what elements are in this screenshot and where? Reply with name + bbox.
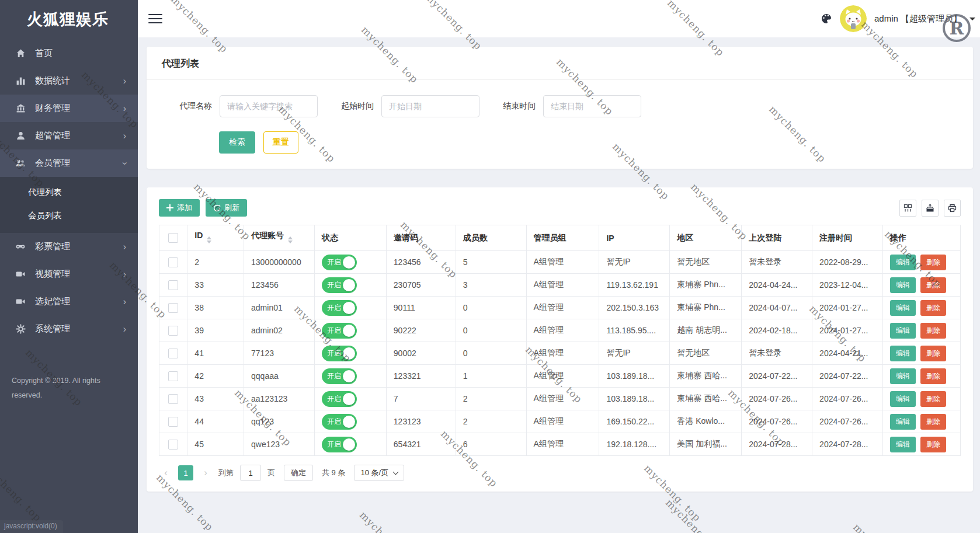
edit-button[interactable]: 编辑 (890, 391, 916, 407)
delete-button[interactable]: 删除 (920, 323, 946, 339)
status-toggle[interactable]: 开启 (322, 300, 357, 316)
app-logo[interactable]: 火狐狸娱乐 (0, 0, 138, 39)
sort-icon[interactable] (207, 234, 211, 246)
sidebar-subitem-member-list[interactable]: 会员列表 (0, 204, 138, 227)
sidebar-item-superadmin[interactable]: 超管管理› (0, 122, 138, 149)
home-icon (15, 48, 26, 59)
sidebar-item-label: 首页 (35, 48, 126, 59)
status-toggle[interactable]: 开启 (322, 277, 357, 293)
user-menu[interactable]: admin 【超级管理员】 (874, 13, 962, 25)
theme-palette-icon[interactable] (821, 13, 832, 25)
sidebar-subitem-agent-list[interactable]: 代理列表 (0, 180, 138, 204)
cell-id: 39 (187, 319, 244, 342)
page-size-select[interactable]: 10 条/页 (354, 465, 404, 481)
cell-ip: 202.150.3.163 (599, 297, 670, 319)
edit-button[interactable]: 编辑 (890, 300, 916, 316)
status-toggle[interactable]: 开启 (322, 255, 357, 270)
status-toggle[interactable]: 开启 (322, 368, 357, 384)
search-button[interactable]: 检索 (219, 131, 255, 154)
sidebar-item-finance[interactable]: 财务管理› (0, 95, 138, 122)
next-page-icon[interactable]: › (199, 467, 213, 479)
row-checkbox[interactable] (168, 394, 178, 404)
confirm-button[interactable]: 确定 (284, 465, 313, 481)
filter-label: 代理名称 (179, 101, 212, 112)
filter-field-agent-name: 代理名称 (179, 95, 318, 117)
sidebar-item-label: 数据统计 (35, 75, 123, 86)
delete-button[interactable]: 删除 (920, 346, 946, 361)
cell-last_login: 暂未登录 (742, 342, 812, 365)
sidebar-item-members[interactable]: 会员管理› (0, 149, 138, 177)
edit-button[interactable]: 编辑 (890, 346, 916, 361)
column-header-account[interactable]: 代理账号 (244, 225, 315, 251)
status-toggle[interactable]: 开启 (322, 391, 357, 407)
agent-name-input[interactable] (220, 95, 318, 117)
cell-status: 开启 (314, 410, 386, 433)
refresh-button[interactable]: 刷新 (206, 199, 247, 217)
cell-group: A组管理 (526, 251, 599, 274)
hamburger-icon[interactable] (148, 11, 162, 26)
start-time-input[interactable] (381, 95, 479, 117)
row-checkbox[interactable] (168, 257, 178, 267)
columns-filter-button[interactable] (899, 200, 916, 217)
sidebar-item-label: 超管管理 (35, 130, 123, 141)
cell-group: A组管理 (526, 342, 599, 365)
edit-button[interactable]: 编辑 (890, 414, 916, 430)
sidebar: 火狐狸娱乐 首页数据统计›财务管理›超管管理›会员管理›代理列表会员列表彩票管理… (0, 0, 138, 533)
delete-button[interactable]: 删除 (920, 391, 946, 407)
column-header-id[interactable]: ID (187, 225, 244, 251)
sidebar-item-lottery[interactable]: 彩票管理› (0, 233, 138, 260)
row-checkbox[interactable] (168, 417, 178, 427)
row-checkbox[interactable] (168, 326, 178, 336)
delete-button[interactable]: 删除 (920, 414, 946, 430)
cell-account: 123456 (244, 274, 315, 297)
select-all-checkbox[interactable] (168, 233, 178, 243)
status-toggle[interactable]: 开启 (322, 346, 357, 361)
page-number-button[interactable]: 1 (178, 465, 193, 480)
edit-button[interactable]: 编辑 (890, 368, 916, 384)
delete-button[interactable]: 删除 (920, 368, 946, 384)
row-checkbox[interactable] (168, 440, 178, 450)
delete-button[interactable]: 删除 (920, 437, 946, 452)
cell-members: 6 (456, 433, 526, 456)
row-checkbox[interactable] (168, 349, 178, 358)
sidebar-item-video[interactable]: 视频管理› (0, 260, 138, 288)
end-time-input[interactable] (543, 95, 641, 117)
delete-button[interactable]: 删除 (920, 255, 946, 270)
cell-actions: 编辑删除 (882, 251, 960, 274)
delete-button[interactable]: 删除 (920, 277, 946, 293)
status-toggle[interactable]: 开启 (322, 414, 357, 430)
status-toggle[interactable]: 开启 (322, 437, 357, 452)
column-header-invite: 邀请码 (386, 225, 456, 251)
sidebar-item-label: 视频管理 (35, 269, 123, 280)
edit-button[interactable]: 编辑 (890, 323, 916, 339)
row-checkbox[interactable] (168, 303, 178, 313)
row-checkbox[interactable] (168, 280, 178, 290)
content: 代理列表 代理名称起始时间结束时间 检索 重置 添加 刷新 (138, 37, 980, 533)
cell-ip: 192.18.128.... (599, 433, 670, 456)
sidebar-item-home[interactable]: 首页 (0, 40, 138, 67)
sort-icon[interactable] (288, 234, 293, 246)
export-button[interactable] (922, 200, 939, 217)
video-icon (15, 297, 26, 307)
row-checkbox[interactable] (168, 371, 178, 381)
reset-button[interactable]: 重置 (263, 131, 298, 154)
sidebar-item-system[interactable]: 系统管理› (0, 315, 138, 343)
edit-button[interactable]: 编辑 (890, 277, 916, 293)
add-button[interactable]: 添加 (159, 199, 200, 217)
sidebar-item-consort[interactable]: 选妃管理› (0, 288, 138, 315)
sidebar-item-stats[interactable]: 数据统计› (0, 67, 138, 95)
status-toggle[interactable]: 开启 (322, 323, 357, 339)
edit-button[interactable]: 编辑 (890, 255, 916, 270)
cell-id: 2 (187, 251, 244, 274)
filter-row: 代理名称起始时间结束时间 (147, 80, 973, 117)
cell-last_login: 2024-07-22... (742, 365, 812, 388)
cell-id: 43 (187, 388, 244, 410)
column-header-members: 成员数 (456, 225, 526, 251)
prev-page-icon[interactable]: ‹ (159, 467, 173, 479)
edit-button[interactable]: 编辑 (890, 437, 916, 452)
print-button[interactable] (944, 200, 961, 217)
delete-button[interactable]: 删除 (920, 300, 946, 316)
avatar[interactable] (840, 5, 867, 32)
search-card: 代理列表 代理名称起始时间结束时间 检索 重置 (147, 47, 973, 169)
goto-page-input[interactable] (240, 465, 261, 481)
